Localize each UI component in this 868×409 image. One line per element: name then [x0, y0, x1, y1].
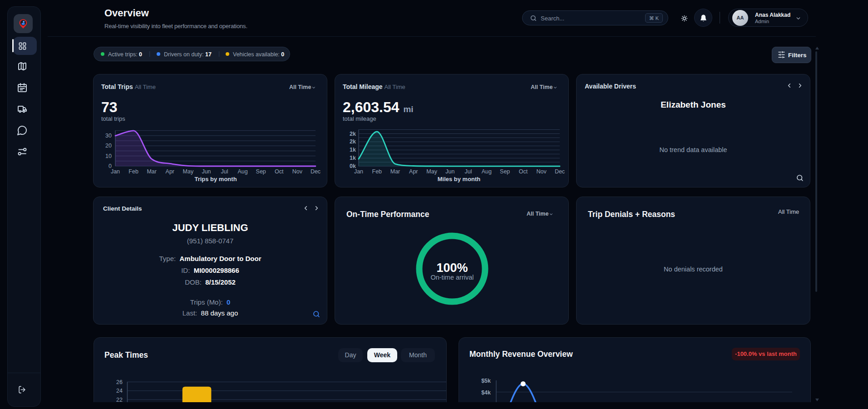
svg-text:$5k: $5k — [481, 378, 491, 384]
svg-text:$4k: $4k — [481, 389, 491, 396]
